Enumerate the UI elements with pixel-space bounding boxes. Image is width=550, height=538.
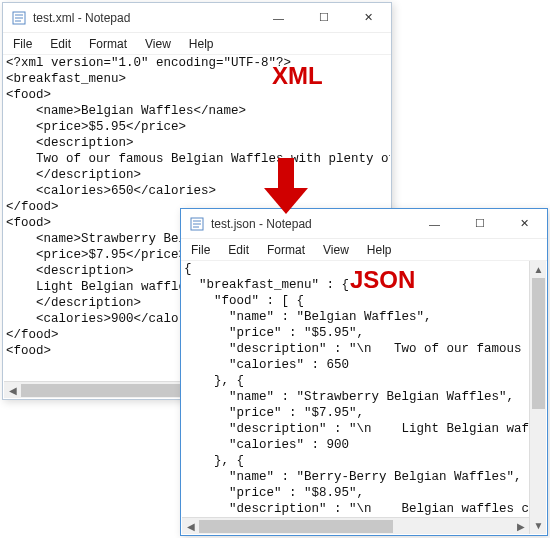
maximize-button[interactable]: ☐ bbox=[301, 3, 346, 33]
minimize-button[interactable]: — bbox=[256, 3, 301, 33]
menubar: File Edit Format View Help bbox=[3, 33, 391, 55]
scroll-up-icon[interactable]: ▲ bbox=[530, 261, 547, 278]
titlebar[interactable]: test.xml - Notepad — ☐ ✕ bbox=[3, 3, 391, 33]
notepad-window-json: test.json - Notepad — ☐ ✕ File Edit Form… bbox=[180, 208, 548, 536]
menu-view[interactable]: View bbox=[137, 35, 179, 53]
window-title: test.json - Notepad bbox=[211, 217, 312, 231]
close-button[interactable]: ✕ bbox=[502, 209, 547, 239]
scrollbar-track[interactable] bbox=[530, 278, 546, 517]
maximize-button[interactable]: ☐ bbox=[457, 209, 502, 239]
notepad-icon bbox=[11, 10, 27, 26]
menu-file[interactable]: File bbox=[5, 35, 40, 53]
horizontal-scrollbar[interactable]: ◀ ▶ bbox=[182, 517, 529, 534]
window-title: test.xml - Notepad bbox=[33, 11, 130, 25]
scrollbar-track[interactable] bbox=[199, 518, 512, 535]
menu-file[interactable]: File bbox=[183, 241, 218, 259]
menubar: File Edit Format View Help bbox=[181, 239, 547, 261]
menu-view[interactable]: View bbox=[315, 241, 357, 259]
scroll-down-icon[interactable]: ▼ bbox=[530, 517, 547, 534]
menu-help[interactable]: Help bbox=[359, 241, 400, 259]
close-button[interactable]: ✕ bbox=[346, 3, 391, 33]
notepad-icon bbox=[189, 216, 205, 232]
scroll-right-icon[interactable]: ▶ bbox=[512, 518, 529, 535]
menu-format[interactable]: Format bbox=[259, 241, 313, 259]
minimize-button[interactable]: — bbox=[412, 209, 457, 239]
arrow-down-icon bbox=[264, 158, 308, 218]
scroll-left-icon[interactable]: ◀ bbox=[182, 518, 199, 535]
editor-content[interactable]: { "breakfast_menu" : { "food" : [ { "nam… bbox=[182, 261, 546, 517]
menu-help[interactable]: Help bbox=[181, 35, 222, 53]
scrollbar-thumb[interactable] bbox=[532, 278, 545, 409]
scrollbar-thumb[interactable] bbox=[199, 520, 393, 533]
menu-format[interactable]: Format bbox=[81, 35, 135, 53]
scroll-left-icon[interactable]: ◀ bbox=[4, 382, 21, 399]
vertical-scrollbar[interactable]: ▲ ▼ bbox=[529, 261, 546, 534]
json-label: JSON bbox=[350, 266, 415, 294]
titlebar[interactable]: test.json - Notepad — ☐ ✕ bbox=[181, 209, 547, 239]
menu-edit[interactable]: Edit bbox=[42, 35, 79, 53]
menu-edit[interactable]: Edit bbox=[220, 241, 257, 259]
xml-label: XML bbox=[272, 62, 323, 90]
